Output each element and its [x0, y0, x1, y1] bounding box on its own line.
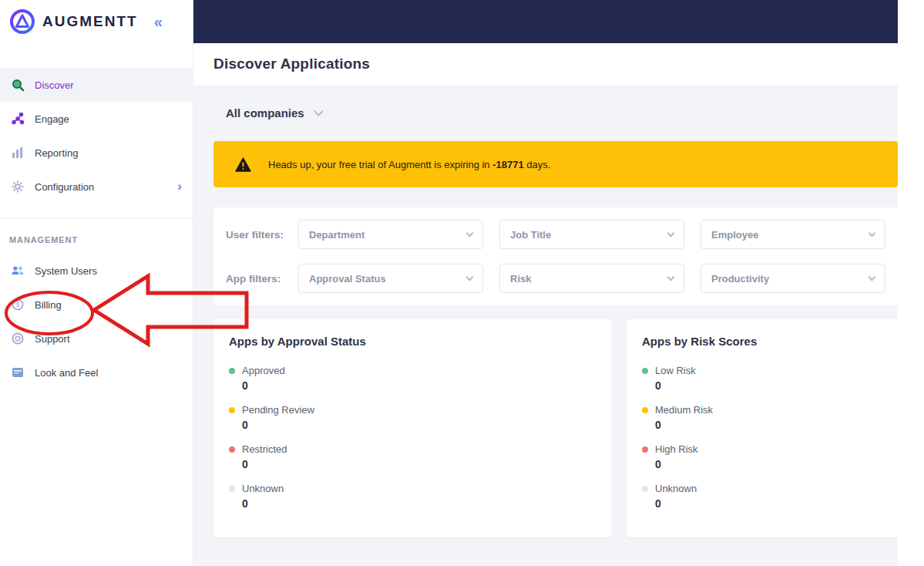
legend-label: Low Risk [655, 365, 696, 376]
theme-icon [11, 366, 25, 379]
legend-item: Pending Review 0 [229, 404, 596, 431]
sidebar-item-engage[interactable]: Engage [0, 102, 193, 136]
management-nav: System Users $ Billing Support Look and … [0, 254, 193, 389]
chevron-down-icon [314, 106, 324, 116]
sidebar-collapse-icon[interactable]: « [154, 14, 163, 29]
chevron-down-icon [869, 273, 876, 281]
legend-item: Low Risk 0 [642, 365, 898, 392]
dropdown-placeholder: Risk [510, 273, 531, 285]
legend-dot [229, 407, 235, 413]
legend-label: Pending Review [242, 404, 314, 416]
legend-label: Medium Risk [655, 404, 713, 416]
sidebar-item-label: Reporting [35, 147, 78, 159]
sidebar-item-label: Billing [35, 299, 62, 311]
sidebar-item-configuration[interactable]: Configuration › [0, 170, 193, 204]
content-area: All companies Heads up, your free trial … [193, 85, 898, 566]
sidebar-item-label: Look and Feel [35, 367, 98, 379]
user-filters-row: User filters: Department Job Title Emplo… [226, 220, 885, 249]
approval-status-filter-dropdown[interactable]: Approval Status [298, 264, 483, 293]
charts-row: Apps by Approval Status Approved 0 Pendi… [213, 319, 898, 537]
legend-value: 0 [655, 379, 898, 392]
sidebar-item-label: System Users [35, 265, 97, 277]
sidebar-item-label: Configuration [35, 181, 94, 193]
sidebar-item-reporting[interactable]: Reporting [0, 136, 193, 170]
banner-text: Heads up, your free trial of Augmentt is… [268, 159, 550, 170]
chevron-down-icon [667, 229, 675, 237]
gear-icon [11, 180, 25, 194]
trial-warning-banner: Heads up, your free trial of Augmentt is… [213, 141, 898, 187]
sidebar-item-label: Support [35, 333, 70, 345]
chevron-down-icon [466, 229, 474, 237]
legend-value: 0 [242, 497, 596, 510]
lifebuoy-icon [11, 332, 25, 345]
filters-panel: User filters: Department Job Title Emplo… [213, 207, 898, 305]
legend-label: High Risk [655, 443, 698, 455]
logo-row: AUGMENTT « [0, 0, 193, 43]
chart-title: Apps by Risk Scores [642, 335, 898, 348]
billing-icon: $ [11, 298, 25, 312]
legend-value: 0 [655, 458, 898, 470]
svg-text:$: $ [15, 301, 19, 308]
dropdown-placeholder: Job Title [510, 229, 551, 241]
legend-item: High Risk 0 [642, 443, 898, 470]
management-section-title: MANAGEMENT [0, 218, 193, 254]
legend-dot [642, 407, 648, 413]
sidebar-item-support[interactable]: Support [0, 322, 193, 355]
augmentt-logo-icon [9, 8, 35, 35]
department-filter-dropdown[interactable]: Department [298, 220, 483, 249]
legend-label: Approved [242, 365, 285, 376]
chart-legend: Low Risk 0 Medium Risk 0 High Risk 0 U [642, 365, 898, 510]
sidebar-item-label: Discover [35, 79, 74, 91]
productivity-filter-dropdown[interactable]: Productivity [701, 264, 885, 293]
dropdown-placeholder: Employee [711, 229, 758, 241]
warning-icon [235, 157, 251, 172]
company-selector-label: All companies [226, 106, 304, 120]
legend-item: Unknown 0 [642, 483, 898, 510]
legend-item: Approved 0 [229, 365, 596, 392]
risk-filter-dropdown[interactable]: Risk [499, 264, 684, 293]
sidebar-item-label: Engage [35, 113, 69, 125]
legend-value: 0 [655, 497, 898, 510]
network-icon [11, 112, 25, 126]
sidebar-item-discover[interactable]: Discover [0, 68, 193, 102]
legend-dot [229, 368, 235, 374]
employee-filter-dropdown[interactable]: Employee [701, 220, 885, 249]
company-selector[interactable]: All companies [213, 106, 322, 120]
page-title: Discover Applications [213, 56, 370, 72]
legend-item: Medium Risk 0 [642, 404, 898, 431]
sidebar-item-look-and-feel[interactable]: Look and Feel [0, 355, 193, 389]
legend-item: Restricted 0 [229, 443, 596, 470]
chevron-down-icon [667, 273, 675, 281]
legend-value: 0 [242, 379, 596, 392]
legend-label: Unknown [242, 483, 284, 494]
sidebar-item-billing[interactable]: $ Billing [0, 288, 193, 322]
brand-name: AUGMENTT [42, 13, 138, 30]
dropdown-placeholder: Approval Status [309, 273, 386, 285]
dropdown-placeholder: Productivity [711, 273, 769, 285]
page-header: Discover Applications [193, 43, 898, 85]
chevron-down-icon [869, 229, 876, 237]
legend-item: Unknown 0 [229, 483, 596, 510]
app-filters-label: App filters: [226, 273, 298, 285]
main-area: Discover Applications All companies Head… [193, 0, 898, 566]
chart-legend: Approved 0 Pending Review 0 Restricted 0 [229, 365, 596, 510]
legend-value: 0 [242, 458, 596, 470]
legend-dot [229, 486, 235, 492]
sidebar-item-system-users[interactable]: System Users [0, 254, 193, 288]
chevron-down-icon [466, 273, 474, 281]
risk-scores-chart-card: Apps by Risk Scores Low Risk 0 Medium Ri… [627, 319, 898, 537]
search-icon [11, 78, 25, 92]
chart-icon [11, 146, 25, 160]
legend-dot [642, 486, 648, 492]
legend-dot [642, 368, 648, 374]
chevron-right-icon: › [177, 179, 182, 194]
banner-text-prefix: Heads up, your free trial of Augmentt is… [268, 159, 492, 170]
legend-dot [642, 446, 648, 453]
app-filters-row: App filters: Approval Status Risk Produc… [226, 264, 885, 293]
legend-dot [229, 446, 235, 453]
dropdown-placeholder: Department [309, 229, 365, 241]
legend-value: 0 [655, 419, 898, 431]
banner-text-suffix: days. [524, 159, 551, 170]
job-title-filter-dropdown[interactable]: Job Title [499, 220, 684, 249]
chart-title: Apps by Approval Status [229, 335, 596, 348]
